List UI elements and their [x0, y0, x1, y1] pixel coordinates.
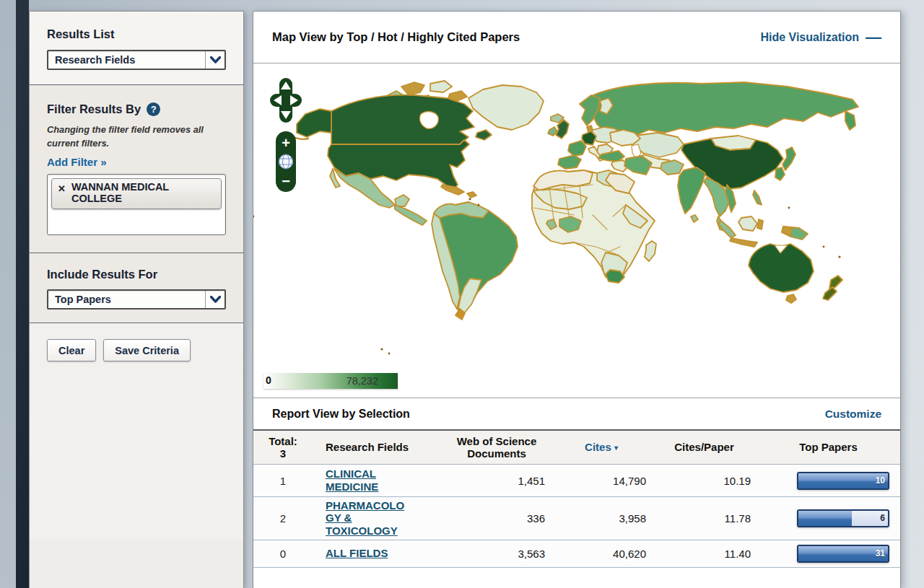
report-header: Report View by Selection Customize	[253, 398, 900, 431]
row-rank: 1	[253, 475, 313, 487]
choropleth-legend: 0 78,232	[263, 373, 398, 389]
map-view-title: Map View by Top / Hot / Highly Cited Pap…	[272, 30, 520, 44]
documents-value: 1,451	[443, 475, 551, 487]
results-list-section: Results List Research Fields	[30, 12, 243, 84]
remove-filter-icon[interactable]: ✕	[58, 183, 66, 194]
top-papers-value: 6	[880, 513, 885, 523]
map-navigation-controls[interactable]: + −	[269, 76, 304, 195]
legend-max-value: 78,232	[346, 375, 378, 387]
column-cites-per-paper[interactable]: Cites/Paper	[652, 441, 757, 453]
documents-value: 3,563	[443, 548, 551, 560]
column-research-fields[interactable]: Research Fields	[313, 441, 443, 453]
customize-link[interactable]: Customize	[825, 408, 881, 421]
top-papers-bar: 6	[797, 509, 889, 527]
chevron-down-icon[interactable]	[205, 291, 225, 308]
map-visualization[interactable]: + − 0 78,232	[253, 63, 900, 398]
globe-icon	[279, 154, 293, 169]
include-results-section: Include Results For Top Papers	[30, 253, 243, 322]
clear-button[interactable]: Clear	[47, 339, 96, 361]
field-link[interactable]: PHARMACOLOGY & TOXICOLOGY	[326, 499, 406, 537]
zoom-out-button: −	[282, 173, 290, 189]
filter-tag-label: WANNAN MEDICAL COLLEGE	[71, 181, 191, 205]
cites-value: 14,790	[551, 475, 652, 487]
include-results-dropdown-value: Top Papers	[48, 294, 111, 305]
include-results-title: Include Results For	[47, 253, 226, 281]
filter-section: Filter Results By ? Changing the filter …	[30, 85, 243, 253]
top-papers-value: 10	[876, 475, 885, 486]
report-view-title: Report View by Selection	[272, 408, 410, 421]
cites-per-paper-value: 11.40	[652, 548, 757, 560]
hide-visualization-link[interactable]: Hide Visualization —	[760, 31, 881, 44]
top-papers-value: 31	[876, 548, 885, 558]
map-header: Map View by Top / Hot / Highly Cited Pap…	[253, 12, 900, 63]
app-window: Results List Research Fields Filter Resu…	[0, 0, 924, 588]
top-papers-bar: 10	[797, 472, 889, 490]
results-list-dropdown-value: Research Fields	[48, 54, 135, 66]
filter-title-row: Filter Results By ?	[47, 85, 226, 116]
row-rank: 0	[253, 548, 313, 560]
cites-per-paper-value: 10.19	[652, 475, 757, 487]
results-list-dropdown[interactable]: Research Fields	[47, 50, 226, 70]
documents-value: 336	[443, 512, 551, 525]
cites-value: 40,620	[551, 548, 652, 560]
column-cites-sorted[interactable]: Cites ▾	[551, 441, 652, 453]
zoom-in-button: +	[282, 135, 290, 151]
results-list-title: Results List	[47, 12, 226, 41]
filter-note: Changing the filter field removes all cu…	[47, 123, 226, 150]
legend-min-value: 0	[266, 374, 271, 386]
filter-title: Filter Results By	[47, 102, 141, 116]
active-filters-box: ✕ WANNAN MEDICAL COLLEGE	[47, 174, 226, 235]
hide-visualization-label: Hide Visualization	[760, 31, 859, 44]
report-table: Total: 3 Research Fields Web of Science …	[253, 431, 900, 568]
add-filter-link[interactable]: Add Filter »	[47, 156, 107, 168]
cites-value: 3,958	[551, 512, 652, 525]
include-results-dropdown[interactable]: Top Papers	[47, 289, 226, 310]
collapse-dash-icon: —	[866, 34, 881, 41]
sort-desc-icon: ▾	[614, 444, 618, 452]
cites-per-paper-value: 11.78	[652, 512, 757, 525]
column-documents[interactable]: Web of Science Documents	[443, 435, 551, 460]
sidebar-actions: Clear Save Criteria	[30, 323, 243, 540]
filter-tag[interactable]: ✕ WANNAN MEDICAL COLLEGE	[51, 178, 222, 209]
column-top-papers[interactable]: Top Papers	[757, 441, 900, 453]
total-count: Total: 3	[253, 435, 313, 460]
table-row: 0 ALL FIELDS 3,563 40,620 11.40 31	[253, 540, 900, 568]
field-link[interactable]: CLINICAL MEDICINE	[326, 468, 406, 493]
left-edge-bar	[16, 0, 29, 588]
help-icon[interactable]: ?	[147, 102, 160, 116]
field-link[interactable]: ALL FIELDS	[326, 547, 388, 559]
table-row: 1 CLINICAL MEDICINE 1,451 14,790 10.19 1…	[253, 465, 900, 497]
top-papers-bar: 31	[797, 545, 889, 563]
sidebar: Results List Research Fields Filter Resu…	[29, 11, 244, 588]
row-rank: 2	[253, 512, 313, 525]
main-panel: Map View by Top / Hot / Highly Cited Pap…	[253, 11, 901, 588]
chevron-down-icon[interactable]	[205, 51, 225, 69]
save-criteria-button[interactable]: Save Criteria	[103, 339, 191, 361]
world-map[interactable]	[253, 63, 900, 398]
table-header-row: Total: 3 Research Fields Web of Science …	[253, 431, 900, 465]
table-row: 2 PHARMACOLOGY & TOXICOLOGY 336 3,958 11…	[253, 497, 900, 540]
